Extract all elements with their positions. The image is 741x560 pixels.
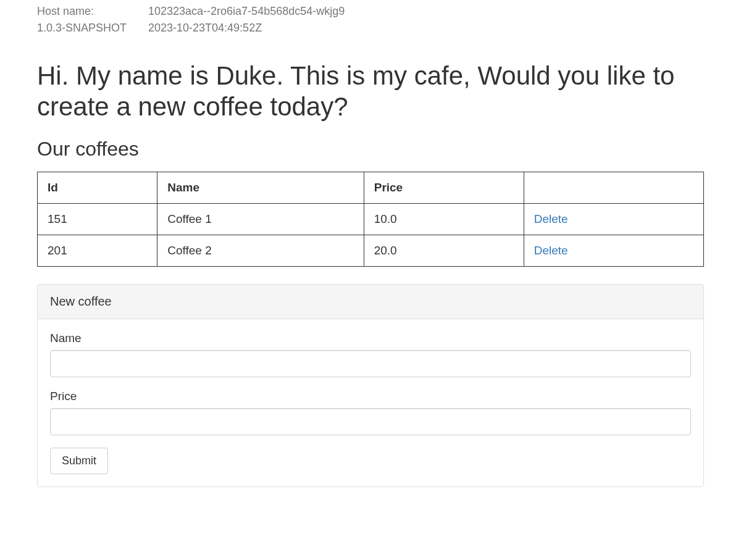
cell-name: Coffee 2 [157,235,364,266]
name-label: Name [50,332,691,345]
price-label: Price [50,390,691,403]
coffee-table: Id Name Price 151 Coffee 1 10.0 Delete 2… [37,172,704,267]
section-title: Our coffees [37,138,704,161]
cell-price: 20.0 [364,235,524,266]
page-title: Hi. My name is Duke. This is my cafe, Wo… [37,61,704,123]
host-name-label: Host name: [37,5,148,18]
cell-action: Delete [524,203,703,235]
cell-id: 201 [38,235,157,266]
cell-action: Delete [524,235,703,266]
column-header-id: Id [38,172,157,203]
table-row: 151 Coffee 1 10.0 Delete [38,203,704,235]
column-header-price: Price [364,172,524,203]
host-name-value: 102323aca--2ro6ia7-54b568dc54-wkjg9 [148,5,345,18]
header-info: Host name: 102323aca--2ro6ia7-54b568dc54… [37,5,704,35]
cell-price: 10.0 [364,203,524,235]
panel-heading: New coffee [38,285,703,319]
cell-name: Coffee 1 [157,203,364,235]
delete-link[interactable]: Delete [534,244,568,257]
table-row: 201 Coffee 2 20.0 Delete [38,235,704,266]
delete-link[interactable]: Delete [534,212,568,225]
name-input[interactable] [50,350,691,377]
new-coffee-panel: New coffee Name Price Submit [37,284,704,487]
column-header-action [524,172,703,203]
version-label: 1.0.3-SNAPSHOT [37,22,148,35]
price-input[interactable] [50,408,691,435]
submit-button[interactable]: Submit [50,448,108,474]
build-timestamp: 2023-10-23T04:49:52Z [148,22,262,35]
cell-id: 151 [38,203,157,235]
column-header-name: Name [157,172,364,203]
